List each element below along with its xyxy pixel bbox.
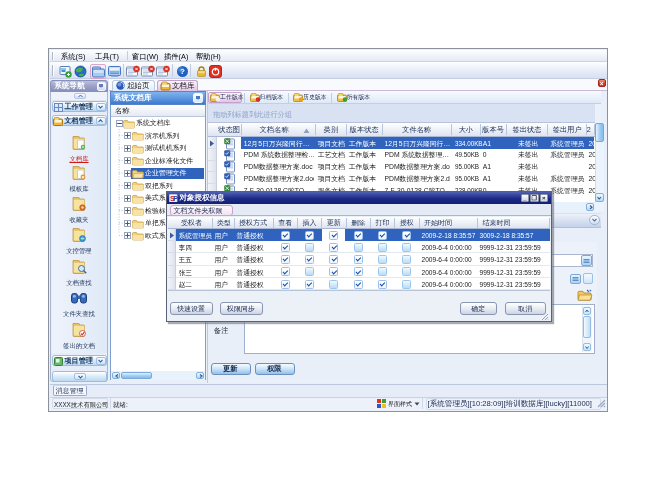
svg-text:?: ? xyxy=(180,67,185,76)
svg-text:P: P xyxy=(173,194,177,201)
